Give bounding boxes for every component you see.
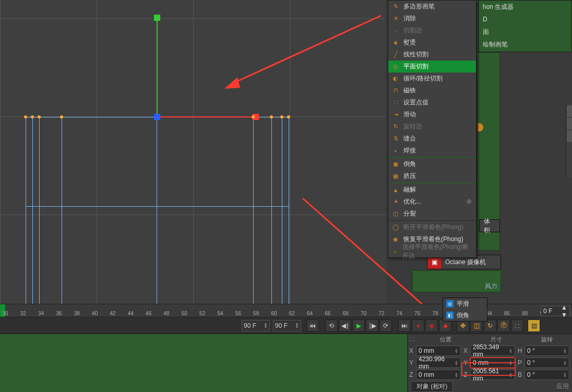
panel-item[interactable]: hon 生成器 (479, 1, 571, 13)
menu-item[interactable]: ▦挤压 (388, 170, 476, 182)
vertex[interactable] (24, 115, 27, 118)
timeline-tick: 42 (110, 311, 115, 316)
side-icon[interactable] (567, 105, 572, 117)
menu-item[interactable]: ▣倒角 (388, 158, 476, 170)
vertex[interactable] (287, 115, 290, 118)
object-mode-select[interactable]: 对象 (相对) (411, 381, 453, 392)
vertex[interactable] (270, 115, 273, 118)
tag-item-smooth[interactable]: ◍平滑 (443, 298, 487, 310)
record-button[interactable]: ● (412, 319, 424, 332)
menu-icon: ◈ (391, 39, 400, 47)
coord-field[interactable]: 0 °▲▼ (525, 358, 569, 368)
menu-label: 磁铁 (403, 86, 416, 95)
menu-item[interactable]: ⇅缝合 (388, 133, 476, 145)
menu-item[interactable]: ◈熨烫 (388, 37, 476, 49)
axis-y[interactable] (157, 17, 158, 117)
panel-item[interactable]: D (479, 13, 571, 26)
menu-item[interactable]: ╱线性切割 (388, 49, 476, 61)
range-start-field[interactable]: 90 F▲▼ (242, 320, 270, 331)
spinner-arrows-icon[interactable]: ▲▼ (563, 348, 567, 353)
next-key-button[interactable]: ⟳ (379, 319, 392, 332)
coord-field[interactable]: 0 mm▲▼ (470, 358, 515, 368)
spinner-arrows-icon[interactable]: ▲▼ (561, 304, 567, 318)
timeline-tick: 44 (128, 311, 134, 316)
vertex[interactable] (60, 115, 63, 118)
spinner-arrows-icon[interactable]: ▲▼ (563, 360, 567, 365)
menu-item[interactable]: ◫分裂 (388, 208, 476, 220)
side-icon[interactable] (567, 118, 572, 129)
menu-icon: ↻ (391, 123, 400, 131)
goto-end-button[interactable]: ⏭ (398, 319, 411, 332)
menu-item[interactable]: •焊接 (388, 145, 476, 157)
spinner-arrows-icon[interactable]: ▲▼ (509, 348, 513, 353)
menu-label: 切割边 (403, 26, 422, 35)
side-icon[interactable] (567, 130, 572, 142)
coord-field[interactable]: 4230.996 mm▲▼ (416, 358, 461, 368)
menu-icon: ▣ (391, 160, 400, 169)
vertex[interactable] (38, 115, 41, 118)
play-button[interactable]: ▶ (352, 319, 365, 332)
range-end-field[interactable]: 90 F▲▼ (273, 320, 301, 331)
menu-item[interactable]: ✎多边形画笔 (388, 1, 476, 13)
vertex[interactable] (31, 115, 34, 118)
coord-field[interactable]: 0 mm▲▼ (416, 346, 461, 356)
timeline-tick: 86 (504, 311, 510, 316)
menu-label: 旋转边 (403, 122, 422, 131)
menu-icon: ⊓ (391, 87, 400, 95)
vertex[interactable] (280, 115, 283, 118)
tag-item-bevel[interactable]: ◧倒角 (443, 310, 487, 321)
menu-item[interactable]: ⊓磁铁 (388, 85, 476, 97)
menu-item[interactable]: ▲融解 (388, 184, 476, 196)
menu-item[interactable]: ✕消除 (388, 13, 476, 25)
timeline-tick: 88 (522, 311, 528, 316)
timeline-tick: 50 (182, 311, 187, 316)
frame-field[interactable]: 0 F ▲▼ (541, 306, 570, 316)
menu-icon: ╱ (391, 51, 400, 59)
handle-origin[interactable] (154, 114, 160, 120)
menu-icon: ⇥ (391, 111, 400, 119)
spinner-arrows-icon[interactable]: ▲▼ (455, 372, 458, 377)
menu-item[interactable]: ✦优化...⚙ (388, 196, 476, 208)
panel-item[interactable]: 体积 (480, 220, 499, 232)
spinner-arrows-icon[interactable]: ▲▼ (455, 360, 458, 365)
menu-item[interactable]: ⸬设置点值 (388, 97, 476, 109)
spinner-arrows-icon[interactable]: ▲▼ (509, 360, 513, 365)
prev-frame-button[interactable]: ◀∣ (339, 319, 351, 332)
coord-field[interactable]: 0 °▲▼ (525, 346, 569, 356)
axis-x[interactable] (157, 116, 256, 117)
spinner-arrows-icon[interactable]: ▲▼ (509, 372, 513, 377)
layout-button[interactable]: ▤ (528, 319, 540, 332)
menu-label: 设置点值 (403, 98, 428, 107)
timeline-tick: 60 (271, 311, 277, 316)
next-frame-button[interactable]: ∣▶ (366, 319, 378, 332)
axis-label: X (462, 347, 469, 354)
coord-field[interactable]: 0 °▲▼ (525, 370, 569, 380)
viewport-3d[interactable] (0, 0, 386, 304)
timeline-tick: 38 (74, 311, 80, 316)
timeline-tick: 72 (378, 311, 384, 316)
spinner-arrows-icon[interactable]: ▲▼ (455, 348, 458, 353)
panel-item[interactable]: 绘制画笔 (479, 38, 571, 51)
tool-p-button[interactable]: Ⓟ (497, 319, 510, 332)
autokey-button[interactable]: ◉ (425, 319, 438, 332)
handle-y[interactable] (154, 15, 160, 21)
menu-item[interactable]: ◐循环/路径切割 (388, 73, 476, 85)
axis-label: Y (462, 359, 469, 366)
coord-field[interactable]: 0 mm▲▼ (416, 370, 461, 380)
tool-grid-button[interactable]: ⸬ (511, 319, 523, 332)
panel-item[interactable]: 面 (479, 26, 571, 38)
coord-field[interactable]: 2005.561 mm▲▼ (470, 370, 515, 380)
size-header: 尺寸 (471, 336, 521, 343)
prev-key-button[interactable]: ⟲ (325, 319, 338, 332)
material-area[interactable] (0, 334, 407, 392)
timeline-tick: 76 (414, 311, 420, 316)
menu-item[interactable]: ⇥滑动 (388, 109, 476, 121)
menu-item[interactable]: ◎平面切割 (388, 61, 476, 73)
context-menu: ✎多边形画笔✕消除⟋切割边◈熨烫╱线性切割◎平面切割◐循环/路径切割⊓磁铁⸬设置… (388, 0, 476, 258)
axis-label: Z (408, 371, 415, 378)
spinner-arrows-icon[interactable]: ▲▼ (563, 372, 567, 377)
vertex[interactable] (252, 115, 255, 118)
goto-start-button[interactable]: ⏮ (306, 319, 319, 332)
coord-field[interactable]: 2853.349 mm▲▼ (470, 346, 515, 356)
timeline-tick: 52 (199, 311, 205, 316)
